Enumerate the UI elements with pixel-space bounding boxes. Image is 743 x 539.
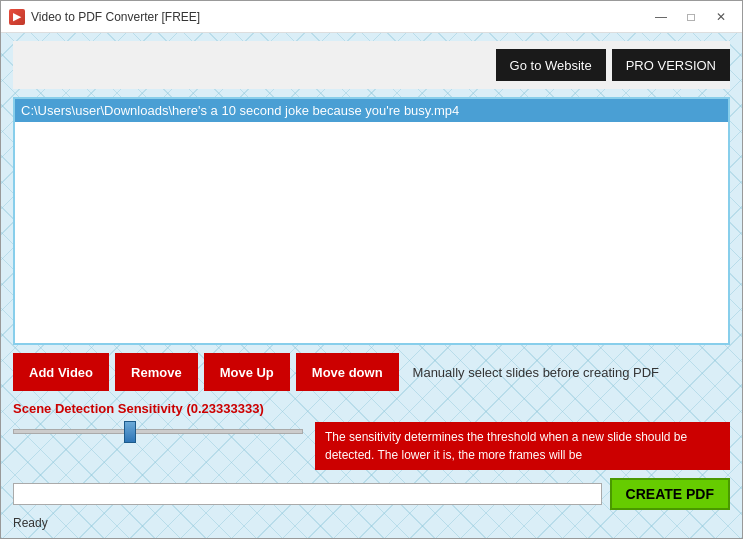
move-down-button[interactable]: Move down [296,353,399,391]
action-buttons-row: Add Video Remove Move Up Move down Manua… [13,353,730,391]
manually-select-text: Manually select slides before creating P… [413,365,659,380]
close-button[interactable]: ✕ [708,6,734,28]
window-title: Video to PDF Converter [FREE] [31,10,200,24]
progress-bar [13,483,602,505]
bottom-row: CREATE PDF [13,478,730,510]
sensitivity-info: The sensitivity determines the threshold… [315,422,730,470]
minimize-button[interactable]: — [648,6,674,28]
content-wrapper: Go to Website PRO VERSION C:\Users\user\… [1,33,742,538]
goto-website-button[interactable]: Go to Website [496,49,606,81]
header-bar: Go to Website PRO VERSION [13,41,730,89]
pro-version-button[interactable]: PRO VERSION [612,49,730,81]
title-bar-left: ▶ Video to PDF Converter [FREE] [9,9,200,25]
maximize-button[interactable]: □ [678,6,704,28]
main-window: ▶ Video to PDF Converter [FREE] — □ ✕ Go… [0,0,743,539]
title-bar: ▶ Video to PDF Converter [FREE] — □ ✕ [1,1,742,33]
title-bar-controls: — □ ✕ [648,6,734,28]
content-inner: Go to Website PRO VERSION C:\Users\user\… [1,33,742,538]
scene-detection-section: Scene Detection Sensitivity (0.23333333)… [13,401,730,470]
create-pdf-button[interactable]: CREATE PDF [610,478,730,510]
scene-detection-label: Scene Detection Sensitivity (0.23333333) [13,401,730,416]
slider-container [13,422,303,440]
remove-button[interactable]: Remove [115,353,198,391]
move-up-button[interactable]: Move Up [204,353,290,391]
file-list[interactable]: C:\Users\user\Downloads\here's a 10 seco… [13,97,730,345]
status-bar: Ready [13,514,730,532]
app-icon: ▶ [9,9,25,25]
status-text: Ready [13,516,48,530]
scene-detection-row: The sensitivity determines the threshold… [13,422,730,470]
add-video-button[interactable]: Add Video [13,353,109,391]
file-item[interactable]: C:\Users\user\Downloads\here's a 10 seco… [15,99,728,122]
sensitivity-slider[interactable] [13,422,303,440]
